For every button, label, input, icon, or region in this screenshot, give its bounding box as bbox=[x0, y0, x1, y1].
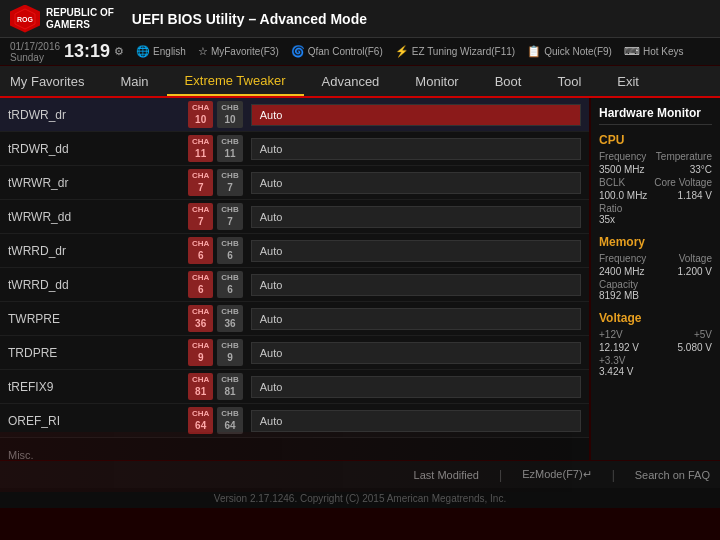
value-box[interactable]: Auto bbox=[251, 172, 581, 194]
cha-chb-badges: CHA36 CHB36 bbox=[188, 305, 243, 332]
language-icon: 🌐 bbox=[136, 45, 150, 58]
table-row[interactable]: tWRWR_dd CHA7 CHB7 Auto bbox=[0, 200, 589, 234]
nav-boot[interactable]: Boot bbox=[477, 66, 540, 96]
copyright-text: Version 2.17.1246. Copyright (C) 2015 Am… bbox=[214, 493, 506, 504]
memory-section-title: Memory bbox=[599, 235, 712, 249]
rog-logo: ROG bbox=[10, 5, 40, 33]
v12-label: +12V bbox=[599, 329, 623, 340]
ez-tuning-item[interactable]: ⚡ EZ Tuning Wizard(F11) bbox=[395, 45, 515, 58]
cpu-frequency-row: Frequency Temperature bbox=[599, 151, 712, 162]
voltage-section-title: Voltage bbox=[599, 311, 712, 325]
table-row[interactable]: TWRPRE CHA36 CHB36 Auto bbox=[0, 302, 589, 336]
value-box[interactable]: Auto bbox=[251, 342, 581, 364]
mem-frequency-value: 2400 MHz bbox=[599, 266, 645, 277]
cpu-section: CPU Frequency Temperature 3500 MHz 33°C … bbox=[599, 133, 712, 225]
v33-label: +3.3V bbox=[599, 355, 712, 366]
hotkeys-icon: ⌨ bbox=[624, 45, 640, 58]
cha-badge: CHA36 bbox=[188, 305, 213, 332]
logo-area: ROG REPUBLIC OF GAMERS bbox=[10, 5, 114, 33]
value-box[interactable]: Auto bbox=[251, 206, 581, 228]
nav-main[interactable]: Main bbox=[102, 66, 166, 96]
chb-badge: CHB36 bbox=[217, 305, 242, 332]
nav-advanced[interactable]: Advanced bbox=[304, 66, 398, 96]
main-layout: tRDWR_dr CHA 10 CHB 10 Auto tRDWR_dd CHA… bbox=[0, 98, 720, 460]
row-label: tWRWR_dr bbox=[8, 176, 188, 190]
fan-icon: 🌀 bbox=[291, 45, 305, 58]
cha-chb-badges: CHA64 CHB64 bbox=[188, 407, 243, 434]
cha-chb-badges: CHA9 CHB9 bbox=[188, 339, 243, 366]
chb-badge: CHB9 bbox=[217, 339, 242, 366]
header-bar: ROG REPUBLIC OF GAMERS UEFI BIOS Utility… bbox=[0, 0, 720, 38]
cha-chb-badges: CHA6 CHB6 bbox=[188, 271, 243, 298]
chb-badge: CHB 10 bbox=[217, 101, 242, 128]
last-modified-link[interactable]: Last Modified bbox=[414, 469, 479, 481]
row-label: tRDWR_dr bbox=[8, 108, 188, 122]
nav-menu: My Favorites Main Extreme Tweaker Advanc… bbox=[0, 66, 720, 98]
nav-favorites[interactable]: My Favorites bbox=[0, 66, 102, 96]
table-row[interactable]: TRDPRE CHA9 CHB9 Auto bbox=[0, 336, 589, 370]
cha-chb-badges: CHA7 CHB7 bbox=[188, 203, 243, 230]
cha-badge: CHA 10 bbox=[188, 101, 213, 128]
table-row[interactable]: tWRRD_dd CHA6 CHB6 Auto bbox=[0, 268, 589, 302]
chb-badge: CHB81 bbox=[217, 373, 242, 400]
v5-label: +5V bbox=[694, 329, 712, 340]
cpu-bclk-value-row: 100.0 MHz 1.184 V bbox=[599, 190, 712, 201]
chb-badge: CHB11 bbox=[217, 135, 242, 162]
cpu-bclk-value: 100.0 MHz bbox=[599, 190, 647, 201]
hot-keys-item[interactable]: ⌨ Hot Keys bbox=[624, 45, 684, 58]
cha-chb-badges: CHA7 CHB7 bbox=[188, 169, 243, 196]
cha-badge: CHA7 bbox=[188, 203, 213, 230]
value-box[interactable]: Auto bbox=[251, 274, 581, 296]
volt-12-5-row: +12V +5V bbox=[599, 329, 712, 340]
value-box[interactable]: Auto bbox=[251, 376, 581, 398]
mem-capacity-label: Capacity bbox=[599, 279, 712, 290]
cpu-frequency-label: Frequency bbox=[599, 151, 646, 162]
datetime-area: 01/17/2016 Sunday 13:19 ⚙ bbox=[10, 41, 124, 63]
quick-note-item[interactable]: 📋 Quick Note(F9) bbox=[527, 45, 612, 58]
nav-tool[interactable]: Tool bbox=[539, 66, 599, 96]
logo-text: REPUBLIC OF GAMERS bbox=[46, 7, 114, 31]
cha-chb-badges: CHA81 CHB81 bbox=[188, 373, 243, 400]
cpu-corevolt-label: Core Voltage bbox=[654, 177, 712, 188]
qfan-item[interactable]: 🌀 Qfan Control(F6) bbox=[291, 45, 383, 58]
value-box[interactable]: Auto bbox=[251, 240, 581, 262]
table-row[interactable]: tRDWR_dr CHA 10 CHB 10 Auto bbox=[0, 98, 589, 132]
nav-monitor[interactable]: Monitor bbox=[397, 66, 476, 96]
mem-freq-row: Frequency Voltage bbox=[599, 253, 712, 264]
table-row[interactable]: tWRWR_dr CHA7 CHB7 Auto bbox=[0, 166, 589, 200]
ez-mode-link[interactable]: EzMode(F7)↵ bbox=[522, 468, 592, 481]
cha-badge: CHA6 bbox=[188, 237, 213, 264]
cha-badge: CHA9 bbox=[188, 339, 213, 366]
language-item[interactable]: 🌐 English bbox=[136, 45, 186, 58]
volt-12-5-value-row: 12.192 V 5.080 V bbox=[599, 342, 712, 353]
header-title: UEFI BIOS Utility – Advanced Mode bbox=[132, 11, 710, 27]
memory-section: Memory Frequency Voltage 2400 MHz 1.200 … bbox=[599, 235, 712, 301]
value-box[interactable]: Auto bbox=[251, 308, 581, 330]
cha-chb-badges: CHA6 CHB6 bbox=[188, 237, 243, 264]
cpu-corevolt-value: 1.184 V bbox=[678, 190, 712, 201]
nav-exit[interactable]: Exit bbox=[599, 66, 657, 96]
value-box[interactable]: Auto bbox=[251, 104, 581, 126]
chb-badge: CHB7 bbox=[217, 169, 242, 196]
settings-gear-icon[interactable]: ⚙ bbox=[114, 45, 124, 58]
value-box[interactable]: Auto bbox=[251, 410, 581, 432]
table-row[interactable]: tWRRD_dr CHA6 CHB6 Auto bbox=[0, 234, 589, 268]
cpu-section-title: CPU bbox=[599, 133, 712, 147]
row-label: TWRPRE bbox=[8, 312, 188, 326]
left-panel: tRDWR_dr CHA 10 CHB 10 Auto tRDWR_dd CHA… bbox=[0, 98, 590, 460]
hw-monitor-title: Hardware Monitor bbox=[599, 106, 712, 125]
table-row[interactable]: tRDWR_dd CHA11 CHB11 Auto bbox=[0, 132, 589, 166]
nav-extreme-tweaker[interactable]: Extreme Tweaker bbox=[167, 66, 304, 96]
v33-value: 3.424 V bbox=[599, 366, 712, 377]
cpu-frequency-value-row: 3500 MHz 33°C bbox=[599, 164, 712, 175]
row-label: tRDWR_dd bbox=[8, 142, 188, 156]
chb-badge: CHB7 bbox=[217, 203, 242, 230]
mem-freq-value-row: 2400 MHz 1.200 V bbox=[599, 266, 712, 277]
favorite-item[interactable]: ☆ MyFavorite(F3) bbox=[198, 45, 279, 58]
cha-badge: CHA81 bbox=[188, 373, 213, 400]
value-box[interactable]: Auto bbox=[251, 138, 581, 160]
cpu-ratio-label: Ratio bbox=[599, 203, 712, 214]
search-faq-link[interactable]: Search on FAQ bbox=[635, 469, 710, 481]
table-row[interactable]: tREFIX9 CHA81 CHB81 Auto bbox=[0, 370, 589, 404]
table-row[interactable]: OREF_RI CHA64 CHB64 Auto bbox=[0, 404, 589, 438]
